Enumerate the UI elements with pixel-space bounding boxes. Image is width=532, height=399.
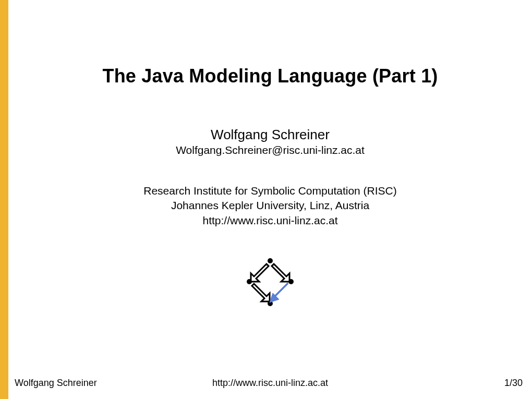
footer-url: http://www.risc.uni-linz.ac.at xyxy=(8,378,532,389)
author-name: Wolfgang Schreiner xyxy=(8,127,532,143)
affiliation-institute: Research Institute for Symbolic Computat… xyxy=(8,184,532,198)
footer-page-number: 1/30 xyxy=(504,378,523,389)
risc-logo-svg xyxy=(236,256,304,318)
svg-point-0 xyxy=(268,258,273,263)
author-block: Wolfgang Schreiner Wolfgang.Schreiner@ri… xyxy=(8,127,532,156)
slide-title: The Java Modeling Language (Part 1) xyxy=(8,65,532,87)
affiliation-block: Research Institute for Symbolic Computat… xyxy=(8,184,532,228)
risc-logo xyxy=(8,256,532,318)
accent-bar xyxy=(0,0,8,399)
affiliation-url: http://www.risc.uni-linz.ac.at xyxy=(8,213,532,228)
author-email: Wolfgang.Schreiner@risc.uni-linz.ac.at xyxy=(8,144,532,156)
affiliation-university: Johannes Kepler University, Linz, Austri… xyxy=(8,198,532,213)
slide-content: The Java Modeling Language (Part 1) Wolf… xyxy=(8,0,532,399)
